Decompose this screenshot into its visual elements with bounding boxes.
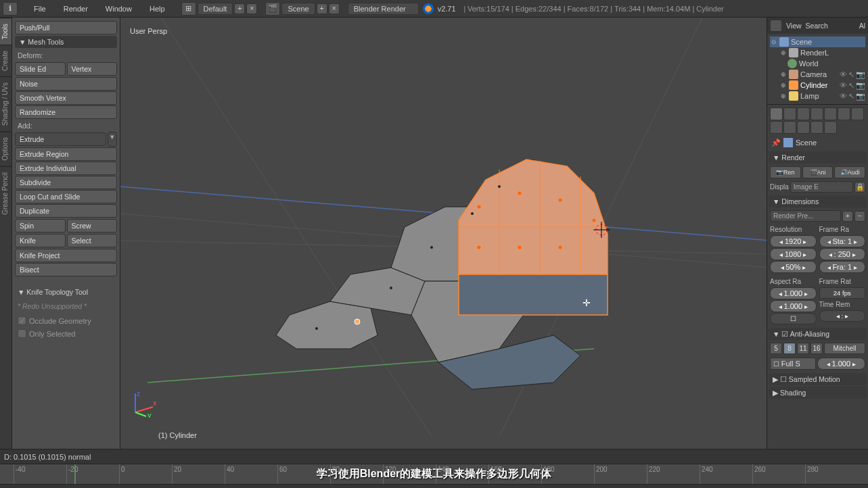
border-checkbox[interactable]: ☐ [770, 313, 817, 324]
resolution-pct-field[interactable]: ◂ 50% ▸ [770, 261, 817, 273]
scene-select[interactable]: Scene [281, 3, 315, 15]
screw-button[interactable]: Screw [67, 219, 118, 233]
frame-end-field[interactable]: ◂ : 250 ▸ [819, 248, 866, 260]
aa-16-button[interactable]: 16 [810, 343, 823, 354]
vertex-button[interactable]: Vertex [67, 62, 118, 76]
aa-11-button[interactable]: 11 [797, 343, 809, 354]
prop-tab-texture[interactable] [797, 121, 810, 134]
scene-remove-icon[interactable]: × [329, 3, 340, 14]
eye-icon[interactable]: 👁 [840, 92, 847, 101]
render-preset-select[interactable]: Render Pre... [770, 210, 841, 222]
pin-icon[interactable]: 📌 [771, 139, 781, 147]
select-button[interactable]: Select [67, 234, 118, 247]
frame-step-field[interactable]: ◂ Fra: 1 ▸ [819, 261, 866, 273]
prop-tab-scene[interactable] [797, 107, 810, 120]
aspect-x-field[interactable]: ◂ 1.000 ▸ [770, 287, 817, 299]
outliner-lamp-row[interactable]: ⊕ Lamp 👁↖📷 [770, 91, 865, 101]
fps-select[interactable]: 24 fps [819, 287, 866, 299]
preset-add-icon[interactable]: + [842, 211, 853, 222]
mesh-tools-header[interactable]: ▼ Mesh Tools [15, 36, 117, 48]
layout-add-icon[interactable]: + [234, 3, 245, 14]
render-section-header[interactable]: ▼ Render [769, 151, 867, 164]
render-animation-button[interactable]: 🎬Ani [802, 166, 833, 178]
cursor-icon[interactable]: ↖ [848, 70, 854, 79]
tab-create[interactable]: Create [0, 45, 12, 76]
subdivide-button[interactable]: Subdivide [15, 176, 117, 189]
prop-tab-render[interactable] [770, 107, 783, 120]
noise-button[interactable]: Noise [15, 77, 117, 91]
preset-remove-icon[interactable]: − [854, 211, 865, 222]
sampled-motion-header[interactable]: ▶ ☐ Sampled Motion [769, 373, 867, 385]
expand-icon[interactable]: ⊕ [779, 49, 787, 56]
prop-tab-data[interactable] [770, 121, 783, 134]
tab-tools[interactable]: Tools [0, 18, 12, 45]
prop-tab-renderlayers[interactable] [783, 107, 796, 120]
extrude-region-button[interactable]: Extrude Region [15, 147, 117, 161]
prop-tab-modifiers[interactable] [851, 107, 864, 120]
outliner-camera-row[interactable]: ⊕ Camera 👁↖📷 [770, 69, 865, 80]
resolution-y-field[interactable]: ◂ 1080 ▸ [770, 248, 817, 260]
outliner-all[interactable]: Al [859, 22, 865, 30]
prop-tab-world[interactable] [810, 107, 823, 120]
layout-browse-icon[interactable]: ⊞ [181, 2, 196, 16]
expand-icon[interactable]: ⊕ [779, 82, 787, 89]
display-select[interactable]: Image E [790, 181, 853, 193]
render-icon[interactable]: 📷 [856, 92, 865, 101]
cursor-icon[interactable]: ↖ [848, 81, 854, 90]
knife-topology-header[interactable]: ▼ Knife Topology Tool [15, 286, 117, 298]
outliner-search-menu[interactable]: Search [806, 22, 828, 30]
render-icon[interactable]: 📷 [856, 70, 865, 79]
prop-tab-particles[interactable] [810, 121, 823, 134]
eye-icon[interactable]: 👁 [840, 70, 847, 79]
outliner-view-menu[interactable]: View [786, 22, 802, 30]
3d-viewport[interactable]: User Persp (1) Cylinder [120, 18, 767, 449]
slide-edge-button[interactable]: Slide Ed [15, 62, 66, 76]
aspect-y-field[interactable]: ◂ 1.000 ▸ [770, 300, 817, 312]
extrude-dropdown-icon[interactable]: ▾ [108, 132, 117, 147]
resolution-x-field[interactable]: ◂ 1920 ▸ [770, 235, 817, 247]
lock-icon[interactable]: 🔒 [854, 182, 865, 193]
tab-grease-pencil[interactable]: Grease Pencil [0, 166, 12, 220]
prop-tab-physics[interactable] [824, 121, 837, 134]
eye-icon[interactable]: 👁 [840, 81, 847, 90]
prop-tab-object[interactable] [824, 107, 837, 120]
render-image-button[interactable]: 📷Ren [770, 166, 801, 178]
layout-remove-icon[interactable]: × [246, 3, 257, 14]
scene-browse-icon[interactable]: 🎬 [265, 2, 280, 16]
occlude-geometry-checkbox[interactable]: ✓ Occlude Geometry [15, 314, 117, 327]
expand-icon[interactable]: ⊕ [779, 93, 787, 99]
randomize-button[interactable]: Randomize [15, 105, 117, 119]
cursor-icon[interactable]: ↖ [848, 92, 854, 101]
prop-tab-constraints[interactable] [838, 107, 850, 120]
menu-file[interactable]: File [26, 5, 54, 13]
aa-5-button[interactable]: 5 [770, 343, 782, 354]
menu-render[interactable]: Render [55, 5, 96, 13]
full-sample-checkbox[interactable]: ☐ Full S [770, 358, 816, 370]
anti-aliasing-header[interactable]: ▼ ☑ Anti-Aliasing [769, 328, 867, 340]
time-remap-field[interactable]: ◂ : ▸ [819, 310, 866, 322]
expand-icon[interactable]: ⊖ [770, 39, 777, 45]
bisect-button[interactable]: Bisect [15, 263, 117, 276]
menu-help[interactable]: Help [141, 5, 173, 13]
timeline-ticks[interactable]: 学习使用Blender的建模工具来操作多边形几何体 -40-2002040608… [0, 464, 868, 484]
push-pull-button[interactable]: Push/Pull [15, 21, 117, 34]
tab-options[interactable]: Options [0, 131, 12, 166]
editor-type-icon[interactable]: ℹ [3, 2, 18, 16]
tab-shading-uvs[interactable]: Shading / UVs [0, 76, 12, 131]
outliner-world-row[interactable]: World [770, 58, 865, 69]
aa-8-button[interactable]: 8 [783, 343, 796, 354]
duplicate-button[interactable]: Duplicate [15, 204, 117, 218]
layout-select[interactable]: Default [198, 3, 233, 15]
menu-window[interactable]: Window [97, 5, 140, 13]
prop-tab-material[interactable] [783, 121, 796, 134]
timeline[interactable]: 学习使用Blender的建模工具来操作多边形几何体 -40-2002040608… [0, 464, 868, 484]
shading-header[interactable]: ▶ Shading [769, 387, 867, 399]
aa-filter-select[interactable]: Mitchell [824, 343, 865, 354]
loop-cut-button[interactable]: Loop Cut and Slide [15, 190, 117, 203]
expand-icon[interactable]: ⊕ [779, 71, 787, 78]
render-engine-select[interactable]: Blender Render [348, 3, 419, 15]
outliner-cylinder-row[interactable]: ⊕ Cylinder 👁↖📷 [770, 80, 865, 91]
render-icon[interactable]: 📷 [856, 81, 865, 90]
outliner-scene-row[interactable]: ⊖ Scene [770, 36, 865, 47]
spin-button[interactable]: Spin [15, 219, 66, 233]
